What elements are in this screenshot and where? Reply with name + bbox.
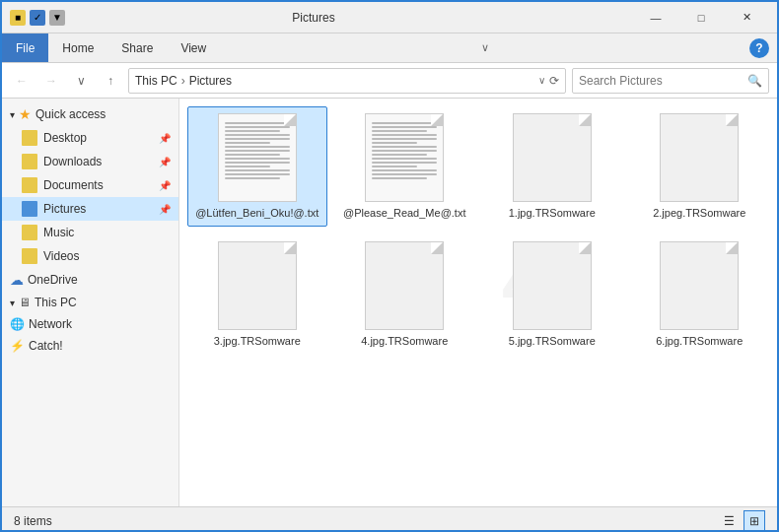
thumb-line xyxy=(372,162,437,164)
thumb-line xyxy=(225,142,270,144)
thumb-line xyxy=(225,173,290,175)
catch-header[interactable]: ⚡ Catch! xyxy=(2,335,178,357)
refresh-button[interactable]: ⟳ xyxy=(549,74,559,88)
thumb-line xyxy=(372,134,437,136)
thumb-corner-5 xyxy=(431,242,443,254)
sidebar-item-documents[interactable]: Documents 📌 xyxy=(2,173,178,197)
sidebar-item-videos[interactable]: Videos xyxy=(2,244,178,268)
thumb-line xyxy=(372,158,437,160)
onedrive-label: OneDrive xyxy=(28,273,78,287)
thumb-line xyxy=(225,134,290,136)
file-area: 47 xyxy=(179,99,777,506)
documents-icon xyxy=(22,177,37,193)
file-name-3: 2.jpeg.TRSomware xyxy=(653,206,745,220)
breadcrumb-dropdown[interactable]: ∨ xyxy=(538,75,545,86)
sidebar-item-music[interactable]: Music xyxy=(2,221,178,244)
thumb-line xyxy=(372,154,427,156)
file-item-6[interactable]: 5.jpg.TRSomware xyxy=(482,234,622,355)
desktop-icon xyxy=(22,130,37,146)
desktop-folder-icon xyxy=(22,130,37,146)
thumb-line xyxy=(225,158,290,160)
menu-chevron[interactable]: ∨ xyxy=(473,41,497,54)
grid-view-button[interactable]: ⊞ xyxy=(744,510,765,532)
pictures-icon xyxy=(22,201,37,217)
back-button[interactable]: ← xyxy=(10,69,34,93)
network-label: Network xyxy=(29,317,72,331)
search-input[interactable] xyxy=(579,74,747,88)
file-item-3[interactable]: 2.jpeg.TRSomware xyxy=(630,106,770,227)
title-bar-icons: ■ ✓ ▼ xyxy=(10,10,65,26)
view-controls: ☰ ⊞ xyxy=(718,510,765,532)
minimize-button[interactable]: — xyxy=(633,2,678,33)
thumb-lines-1 xyxy=(370,118,439,197)
music-folder-icon xyxy=(22,225,37,240)
thumb-corner-7 xyxy=(726,242,738,254)
desktop-label: Desktop xyxy=(43,131,87,145)
file-name-6: 5.jpg.TRSomware xyxy=(509,334,596,348)
thumb-corner-3 xyxy=(726,114,738,126)
thumb-line xyxy=(372,173,437,175)
sidebar-item-pictures[interactable]: Pictures 📌 xyxy=(2,197,178,221)
close-button[interactable]: ✕ xyxy=(724,2,769,33)
thumb-line xyxy=(225,154,280,156)
sidebar-item-downloads[interactable]: Downloads 📌 xyxy=(2,150,178,173)
thumb-line xyxy=(372,126,437,128)
menu-share[interactable]: Share xyxy=(107,33,167,62)
maximize-button[interactable]: □ xyxy=(678,2,724,33)
thumb-line xyxy=(225,162,290,164)
file-item-4[interactable]: 3.jpg.TRSomware xyxy=(187,234,327,355)
file-name-7: 6.jpg.TRSomware xyxy=(656,334,743,348)
thumb-lines-0 xyxy=(223,118,292,197)
item-count: 8 items xyxy=(14,514,52,528)
downloads-label: Downloads xyxy=(43,155,102,168)
title-icon-1: ■ xyxy=(10,10,26,26)
list-view-button[interactable]: ☰ xyxy=(718,510,740,532)
videos-label: Videos xyxy=(43,249,79,263)
file-item-7[interactable]: 6.jpg.TRSomware xyxy=(630,234,770,355)
thumb-line xyxy=(372,138,437,140)
file-item-0[interactable]: @Lütfen_Beni_Oku!@.txt xyxy=(187,106,327,227)
search-icon: 🔍 xyxy=(747,74,762,88)
downloads-icon xyxy=(22,154,37,169)
onedrive-header[interactable]: ☁ OneDrive xyxy=(2,268,178,292)
network-header[interactable]: 🌐 Network xyxy=(2,313,178,335)
file-thumb-2 xyxy=(513,113,592,202)
network-icon: 🌐 xyxy=(10,317,25,331)
breadcrumb[interactable]: This PC › Pictures ∨ ⟳ xyxy=(128,68,566,94)
thumb-corner-1 xyxy=(431,114,443,126)
videos-icon xyxy=(22,248,37,264)
file-thumb-1 xyxy=(365,113,444,202)
forward-button[interactable]: → xyxy=(39,69,63,93)
title-icon-2: ✓ xyxy=(30,10,45,26)
menu-view[interactable]: View xyxy=(167,33,220,62)
thumb-corner-0 xyxy=(284,114,296,126)
file-item-2[interactable]: 1.jpg.TRSomware xyxy=(482,106,622,227)
window-title: Pictures xyxy=(73,11,554,25)
dropdown-button[interactable]: ∨ xyxy=(69,69,93,93)
file-item-5[interactable]: 4.jpg.TRSomware xyxy=(335,234,475,355)
help-button[interactable]: ? xyxy=(749,38,769,58)
quick-access-label: Quick access xyxy=(35,107,106,121)
main-layout: ▾ ★ Quick access Desktop 📌 Downloads 📌 D… xyxy=(2,99,777,506)
breadcrumb-pictures: Pictures xyxy=(189,74,232,88)
menu-bar: File Home Share View ∨ ? xyxy=(2,33,777,63)
sidebar-item-desktop[interactable]: Desktop 📌 xyxy=(2,126,178,150)
menu-file[interactable]: File xyxy=(2,33,48,62)
file-thumb-7 xyxy=(660,241,739,330)
title-icon-3: ▼ xyxy=(49,10,65,26)
address-bar: ← → ∨ ↑ This PC › Pictures ∨ ⟳ 🔍 xyxy=(2,63,777,99)
file-item-1[interactable]: @Please_Read_Me@.txt xyxy=(335,106,475,227)
up-button[interactable]: ↑ xyxy=(99,69,122,93)
menu-home[interactable]: Home xyxy=(48,33,107,62)
thispc-label: This PC xyxy=(35,296,77,309)
thumb-line xyxy=(225,126,290,128)
quick-access-header[interactable]: ▾ ★ Quick access xyxy=(2,102,178,126)
search-bar[interactable]: 🔍 xyxy=(572,68,769,94)
downloads-folder-icon xyxy=(22,154,37,169)
thispc-header[interactable]: ▾ 🖥 This PC xyxy=(2,292,178,313)
file-name-2: 1.jpg.TRSomware xyxy=(509,206,596,220)
file-thumb-6 xyxy=(513,241,592,330)
documents-pin: 📌 xyxy=(159,180,171,191)
status-bar: 8 items ☰ ⊞ xyxy=(2,506,777,532)
onedrive-icon: ☁ xyxy=(10,272,24,288)
